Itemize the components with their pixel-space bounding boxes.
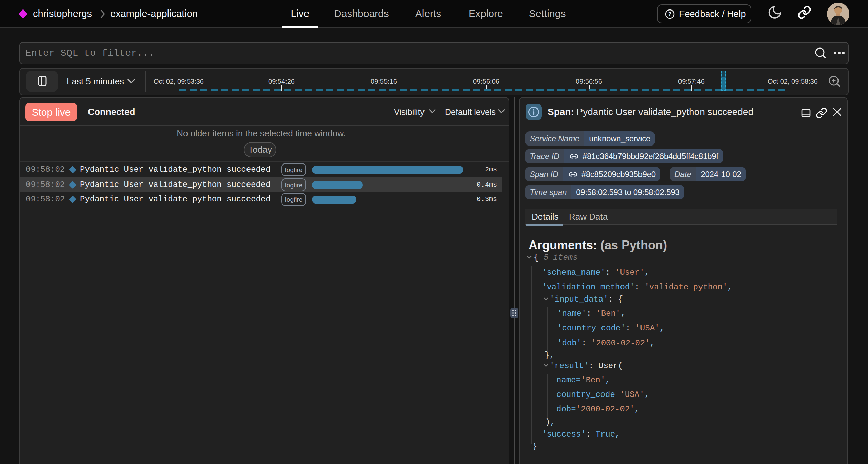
svg-text:?: ? [668,11,672,17]
